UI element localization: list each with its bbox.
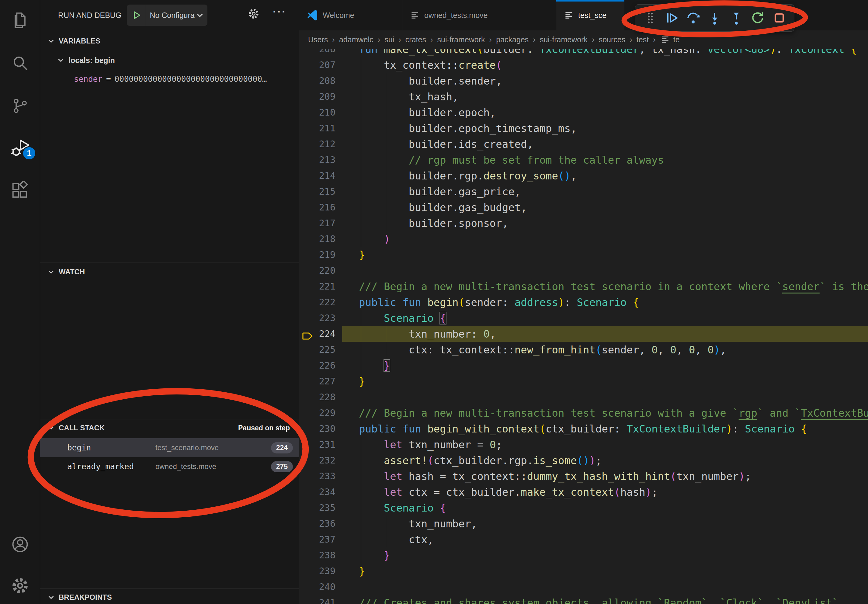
code-token: ( xyxy=(496,59,502,71)
code-line[interactable]: 210 builder.epoch, xyxy=(299,105,868,121)
call-stack-section-header[interactable]: CALL STACK Paused on step xyxy=(40,421,299,435)
code-line[interactable]: 214 builder.rgp.destroy_some(), xyxy=(299,168,868,184)
restart-button[interactable] xyxy=(747,7,768,29)
code-line[interactable]: 207 tx_context::create( xyxy=(299,57,868,73)
code-line[interactable]: 241/// Creates and shares system objects… xyxy=(299,595,868,604)
step-out-button[interactable] xyxy=(726,7,746,29)
code-token: hash xyxy=(620,486,645,498)
code-line[interactable]: 221/// Begin a new multi-transaction tes… xyxy=(299,279,868,294)
code-line[interactable]: 233 let hash = tx_context::dummy_tx_hash… xyxy=(299,468,868,484)
code-line[interactable]: 227} xyxy=(299,373,868,389)
breadcrumb-file-item[interactable]: te xyxy=(673,35,680,44)
views-more-actions-icon[interactable]: ··· xyxy=(273,5,287,18)
indent-guide xyxy=(361,531,361,547)
code-line[interactable]: 218 ) xyxy=(299,231,868,247)
code-line[interactable]: 240 xyxy=(299,579,868,595)
breadcrumb-item[interactable]: sources xyxy=(599,35,626,44)
breadcrumb-item[interactable]: Users xyxy=(308,35,328,44)
breadcrumb-item[interactable]: test xyxy=(637,35,649,44)
toolbar-gripper-handle[interactable] xyxy=(640,7,660,29)
breadcrumb-item[interactable]: adamwelc xyxy=(339,35,374,44)
continue-button[interactable] xyxy=(662,7,682,29)
run-configuration-dropdown[interactable]: No Configura xyxy=(127,5,207,26)
line-number: 237 xyxy=(299,531,345,547)
breadcrumb-item[interactable]: sui-framework xyxy=(540,35,587,44)
tab-owned_tests.move[interactable]: owned_tests.move xyxy=(402,0,556,30)
code-line[interactable]: 223 Scenario { xyxy=(299,310,868,326)
step-into-button[interactable] xyxy=(705,7,725,29)
code-line[interactable]: 219} xyxy=(299,247,868,263)
call-stack-frame[interactable]: already_markedowned_tests.move275 xyxy=(40,457,299,476)
activity-extensions-icon[interactable] xyxy=(0,175,40,206)
line-number: 236 xyxy=(299,516,345,531)
call-stack-frame[interactable]: begintest_scenario.move224 xyxy=(40,438,299,457)
code-line[interactable]: 234 let ctx = ctx_builder.make_tx_contex… xyxy=(299,484,868,500)
code-token: ; xyxy=(595,454,601,466)
code-line[interactable]: 228 xyxy=(299,389,868,405)
breadcrumb-separator: › xyxy=(653,35,656,44)
line-content: public fun begin(sender: address): Scena… xyxy=(345,294,868,310)
variable-sender-row[interactable]: sender = 0000000000000000000000000000000… xyxy=(40,72,299,86)
code-line[interactable]: 231 let txn_number = 0; xyxy=(299,437,868,452)
code-line[interactable]: 239} xyxy=(299,563,868,579)
code-line[interactable]: 226 } xyxy=(299,358,868,373)
breadcrumb-item[interactable]: sui-framework xyxy=(437,35,485,44)
code-line[interactable]: 238 } xyxy=(299,547,868,563)
breadcrumb[interactable]: Users›adamwelc›sui›crates›sui-framework›… xyxy=(299,30,868,49)
breadcrumb-item[interactable]: packages xyxy=(496,35,529,44)
activity-account-icon[interactable] xyxy=(0,529,40,560)
code-line[interactable]: 235 Scenario { xyxy=(299,500,868,516)
breadcrumb-item[interactable]: sui xyxy=(384,35,394,44)
code-token xyxy=(359,549,384,561)
code-editor[interactable]: 206fun make_tx_context(builder: TxContex… xyxy=(299,41,868,604)
code-line[interactable]: 232 assert!(ctx_builder.rgp.is_some()); xyxy=(299,452,868,468)
code-token: ) xyxy=(384,233,390,245)
code-line[interactable]: 225 ctx: tx_context::new_from_hint(sende… xyxy=(299,342,868,358)
step-over-button[interactable] xyxy=(683,7,703,29)
code-line[interactable]: 217 builder.sponsor, xyxy=(299,215,868,231)
code-line[interactable]: 229/// Begin a new multi-transaction tes… xyxy=(299,405,868,421)
code-line[interactable]: 209 tx_hash, xyxy=(299,89,868,105)
sidebar-header: RUN AND DEBUG No Configura xyxy=(40,0,299,30)
code-line[interactable]: 211 builder.epoch_timestamp_ms, xyxy=(299,121,868,136)
tab-Welcome[interactable]: Welcome xyxy=(299,0,402,30)
code-line[interactable]: 215 builder.gas_price, xyxy=(299,184,868,200)
run-config-label[interactable]: No Configura xyxy=(146,11,194,20)
code-line[interactable]: 220 xyxy=(299,263,868,279)
code-token: sender xyxy=(782,280,820,293)
stop-button[interactable] xyxy=(769,7,789,29)
activity-search-icon[interactable] xyxy=(0,48,40,78)
indent-guide xyxy=(386,215,386,231)
watch-section-header[interactable]: WATCH xyxy=(40,265,299,279)
code-line[interactable]: 213 // rgp must be set from the caller a… xyxy=(299,152,868,168)
code-line[interactable]: 230public fun begin_with_context(ctx_bui… xyxy=(299,421,868,437)
code-line[interactable]: 224 txn_number: 0, xyxy=(299,326,868,342)
code-token: ( xyxy=(614,486,620,498)
start-debug-icon[interactable] xyxy=(127,5,146,26)
activity-run-and-debug-icon[interactable]: 1 xyxy=(0,133,40,163)
chevron-down-icon[interactable] xyxy=(195,11,208,20)
activity-explorer-icon[interactable] xyxy=(0,5,40,36)
debug-settings-gear-icon[interactable] xyxy=(247,7,260,21)
code-line[interactable]: 222public fun begin(sender: address): Sc… xyxy=(299,294,868,310)
activity-settings-icon[interactable] xyxy=(0,570,40,601)
indent-guide xyxy=(386,105,386,121)
indent-guide xyxy=(361,452,361,468)
line-number: 233 xyxy=(299,468,345,484)
line-content: Scenario { xyxy=(345,310,868,326)
code-token: ` xyxy=(757,597,763,604)
code-line[interactable]: 236 txn_number, xyxy=(299,516,868,531)
code-token: address xyxy=(515,296,558,308)
breakpoints-section-header[interactable]: BREAKPOINTS xyxy=(40,591,299,604)
code-line[interactable]: 216 builder.gas_budget, xyxy=(299,200,868,215)
breadcrumb-item[interactable]: crates xyxy=(405,35,426,44)
code-token: hash = tx_context:: xyxy=(402,470,527,482)
tab-test_sce[interactable]: test_sce xyxy=(556,0,625,30)
variables-scope-row[interactable]: locals: begin xyxy=(40,53,299,67)
code-line[interactable]: 237 ctx, xyxy=(299,531,868,547)
line-number: 229 xyxy=(299,405,345,421)
code-line[interactable]: 208 builder.sender, xyxy=(299,73,868,89)
activity-source-control-icon[interactable] xyxy=(0,91,40,121)
code-line[interactable]: 212 builder.ids_created, xyxy=(299,136,868,152)
variables-section-header[interactable]: VARIABLES xyxy=(40,34,299,48)
